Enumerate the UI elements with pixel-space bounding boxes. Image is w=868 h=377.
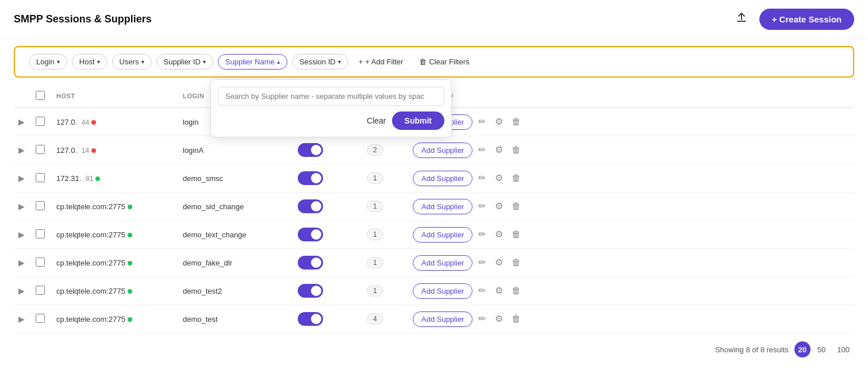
- page-size-50-button[interactable]: 50: [813, 343, 830, 356]
- edit-button[interactable]: ✏: [475, 170, 489, 186]
- add-filter-label: + Add Filter: [365, 57, 403, 66]
- filter-users[interactable]: Users ▾: [112, 54, 152, 70]
- host-cell: cp.telqtele.com:2775: [52, 193, 178, 221]
- chevron-down-icon: ▾: [203, 59, 206, 65]
- row-checkbox[interactable]: [36, 286, 45, 295]
- delete-button[interactable]: 🗑: [508, 171, 524, 186]
- configure-button[interactable]: ⚙: [491, 226, 506, 242]
- delete-button[interactable]: 🗑: [508, 311, 524, 326]
- filter-host[interactable]: Host ▾: [72, 54, 107, 70]
- row-checkbox[interactable]: [36, 145, 45, 154]
- host-value: cp.telqtele.com:2775: [56, 287, 125, 295]
- actions-cell: Add Supplier ✏ ⚙ 🗑: [408, 249, 854, 277]
- add-supplier-button[interactable]: Add Supplier: [413, 143, 473, 158]
- export-button[interactable]: [729, 8, 754, 30]
- add-supplier-button[interactable]: Add Supplier: [413, 171, 473, 186]
- suppliers-count: 4: [367, 313, 383, 325]
- dropdown-clear-button[interactable]: Clear: [367, 116, 386, 125]
- suppliers-cell: 2: [362, 136, 408, 164]
- edit-button[interactable]: ✏: [475, 311, 489, 326]
- expand-row-button[interactable]: ▶: [18, 117, 25, 126]
- edit-button[interactable]: ✏: [475, 114, 489, 129]
- suppliers-cell: 1: [362, 193, 408, 221]
- edit-button[interactable]: ✏: [475, 283, 489, 298]
- filter-supplier-name[interactable]: Supplier Name ▴: [218, 54, 287, 70]
- delete-button[interactable]: 🗑: [508, 199, 524, 214]
- status-dot: [128, 205, 132, 209]
- configure-button[interactable]: ⚙: [491, 142, 506, 157]
- create-session-button[interactable]: + Create Session: [759, 9, 854, 30]
- expand-row-button[interactable]: ▶: [18, 174, 25, 183]
- configure-button[interactable]: ⚙: [491, 170, 506, 186]
- edit-button[interactable]: ✏: [475, 198, 489, 214]
- page-size-20-button[interactable]: 20: [794, 341, 811, 357]
- enabled-toggle[interactable]: [298, 312, 323, 326]
- add-supplier-button[interactable]: Add Supplier: [413, 283, 473, 299]
- row-checkbox[interactable]: [36, 257, 45, 267]
- configure-button[interactable]: ⚙: [491, 311, 506, 326]
- status-dot: [128, 233, 132, 237]
- filter-supplier-id[interactable]: Supplier ID ▾: [156, 54, 213, 70]
- delete-button[interactable]: 🗑: [508, 283, 524, 298]
- row-checkbox[interactable]: [36, 229, 45, 238]
- row-checkbox[interactable]: [36, 314, 45, 323]
- enabled-toggle[interactable]: [298, 256, 323, 270]
- enabled-cell: [293, 277, 362, 305]
- add-supplier-button[interactable]: Add Supplier: [413, 227, 473, 243]
- expand-cell: ▶: [14, 107, 31, 136]
- suppliers-count: 1: [367, 229, 383, 240]
- chevron-down-icon: ▾: [97, 59, 100, 65]
- expand-row-button[interactable]: ▶: [18, 145, 25, 155]
- edit-button[interactable]: ✏: [475, 226, 489, 242]
- configure-button[interactable]: ⚙: [491, 198, 506, 214]
- check-cell: [31, 221, 52, 249]
- delete-button[interactable]: 🗑: [508, 114, 524, 129]
- expand-row-button[interactable]: ▶: [18, 314, 25, 324]
- expand-row-button[interactable]: ▶: [18, 286, 25, 295]
- supplier-name-search-input[interactable]: [218, 87, 444, 106]
- add-filter-button[interactable]: + + Add Filter: [353, 55, 409, 69]
- check-cell: [31, 164, 52, 193]
- enabled-toggle[interactable]: [298, 199, 323, 213]
- add-supplier-button[interactable]: Add Supplier: [413, 199, 473, 214]
- actions-cell: Add Supplier ✏ ⚙ 🗑: [408, 305, 854, 333]
- chevron-down-icon: ▾: [338, 59, 341, 65]
- add-supplier-button[interactable]: Add Supplier: [413, 255, 473, 271]
- enabled-toggle[interactable]: [298, 284, 323, 298]
- delete-button[interactable]: 🗑: [508, 227, 524, 242]
- trash-icon: 🗑: [419, 57, 427, 66]
- edit-button[interactable]: ✏: [475, 142, 489, 157]
- expand-cell: ▶: [14, 221, 31, 249]
- page-size-100-button[interactable]: 100: [832, 343, 854, 356]
- table-row: ▶ 172.31. 81 demo_smsc 1: [14, 164, 854, 193]
- enabled-toggle[interactable]: [298, 228, 323, 241]
- enabled-cell: [293, 136, 362, 164]
- expand-row-button[interactable]: ▶: [18, 258, 25, 267]
- row-checkbox[interactable]: [36, 201, 45, 210]
- configure-button[interactable]: ⚙: [491, 283, 506, 298]
- dropdown-submit-button[interactable]: Submit: [392, 111, 444, 130]
- suppliers-count: 1: [367, 285, 383, 297]
- row-checkbox[interactable]: [36, 173, 45, 182]
- check-cell: [31, 277, 52, 305]
- filter-login[interactable]: Login ▾: [29, 54, 67, 70]
- expand-cell: ▶: [14, 136, 31, 164]
- suppliers-count: 1: [367, 257, 383, 268]
- edit-button[interactable]: ✏: [475, 255, 489, 270]
- expand-row-button[interactable]: ▶: [18, 230, 25, 239]
- clear-filters-button[interactable]: 🗑 Clear Filters: [413, 55, 475, 69]
- dropdown-actions: Clear Submit: [218, 111, 444, 130]
- select-all-checkbox[interactable]: [36, 91, 45, 100]
- configure-button[interactable]: ⚙: [491, 255, 506, 270]
- enabled-toggle[interactable]: [298, 171, 323, 185]
- add-supplier-button[interactable]: Add Supplier: [413, 311, 473, 327]
- delete-button[interactable]: 🗑: [508, 255, 524, 270]
- enabled-toggle[interactable]: [298, 143, 323, 157]
- login-value: demo_test: [183, 315, 218, 324]
- expand-row-button[interactable]: ▶: [18, 202, 25, 211]
- host-cell: cp.telqtele.com:2775: [52, 221, 178, 249]
- configure-button[interactable]: ⚙: [491, 114, 506, 129]
- filter-session-id[interactable]: Session ID ▾: [292, 54, 348, 70]
- row-checkbox[interactable]: [36, 117, 45, 126]
- delete-button[interactable]: 🗑: [508, 143, 524, 157]
